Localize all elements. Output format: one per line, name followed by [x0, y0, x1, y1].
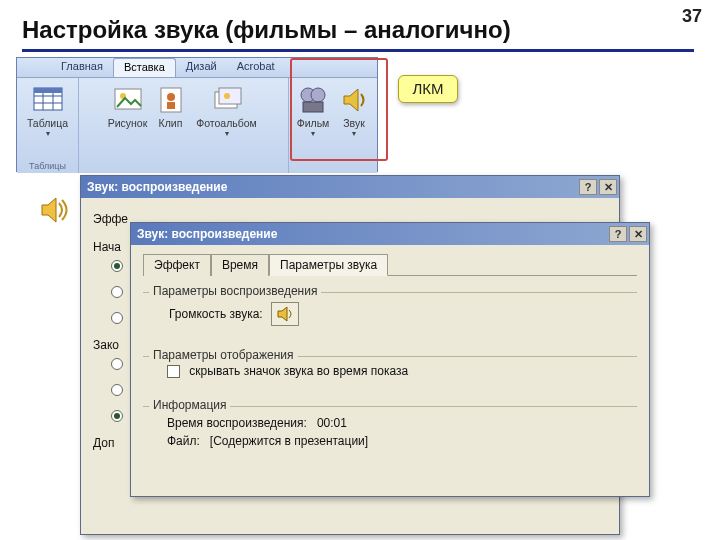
chevron-down-icon: ▾	[352, 129, 356, 138]
table-icon	[32, 84, 64, 116]
chevron-down-icon: ▾	[46, 129, 50, 138]
volume-button[interactable]	[271, 302, 299, 326]
close-button[interactable]: ✕	[629, 226, 647, 242]
dialog-front-body: Эффект Время Параметры звука Параметры в…	[131, 245, 649, 478]
album-label: Фотоальбом	[196, 118, 257, 129]
group-images: Рисунок Клип Фотоальбом ▾	[79, 78, 289, 173]
dialog-sound-front: Звук: воспроизведение ? ✕ Эффект Время П…	[130, 222, 650, 497]
clip-icon	[155, 84, 187, 116]
chevron-down-icon: ▾	[311, 129, 315, 138]
group-images-label	[182, 161, 185, 171]
dialog-back-title: Звук: воспроизведение	[87, 180, 227, 194]
ribbon-tabs: Главная Вставка Дизай Acrobat	[17, 58, 377, 78]
office-button[interactable]	[17, 58, 51, 78]
dialog-front-title: Звук: воспроизведение	[137, 227, 277, 241]
info-duration-value: 00:01	[317, 416, 347, 430]
table-label: Таблица	[27, 118, 68, 129]
svg-marker-18	[42, 198, 56, 222]
page-number: 37	[682, 6, 702, 27]
svg-rect-5	[34, 88, 62, 93]
svg-marker-17	[344, 89, 358, 111]
volume-label: Громкость звука:	[169, 307, 263, 321]
picture-label: Рисунок	[108, 118, 148, 129]
tab-time[interactable]: Время	[211, 254, 269, 276]
hide-icon-checkbox[interactable]	[167, 365, 180, 378]
fieldset-info: Информация Время воспроизведения: 00:01 …	[143, 398, 637, 458]
svg-rect-10	[167, 102, 175, 109]
title-divider	[22, 49, 694, 52]
movie-label: Фильм	[297, 118, 330, 129]
hide-icon-label: скрывать значок звука во время показа	[189, 364, 408, 378]
info-duration-label: Время воспроизведения:	[167, 416, 307, 430]
tab-insert[interactable]: Вставка	[113, 58, 176, 77]
clip-button[interactable]: Клип	[151, 82, 191, 156]
group-tables-label: Таблицы	[29, 161, 66, 171]
sound-icon	[338, 84, 370, 116]
tab-sound-params[interactable]: Параметры звука	[269, 254, 388, 276]
callout-lkm: ЛКМ	[398, 75, 458, 103]
speaker-small-icon	[276, 306, 294, 322]
group-media-label	[332, 161, 335, 171]
tab-home[interactable]: Главная	[51, 58, 113, 77]
sound-button[interactable]: Звук ▾	[334, 82, 374, 156]
fieldset-display-label: Параметры отображения	[149, 348, 298, 362]
svg-rect-16	[303, 102, 323, 112]
sound-label: Звук	[343, 118, 365, 129]
svg-marker-19	[278, 307, 287, 321]
fieldset-playback-label: Параметры воспроизведения	[149, 284, 321, 298]
tab-acrobat[interactable]: Acrobat	[227, 58, 285, 77]
svg-point-9	[167, 93, 175, 101]
titlebar-front[interactable]: Звук: воспроизведение ? ✕	[131, 223, 649, 245]
info-file-label: Файл:	[167, 434, 200, 448]
movie-button[interactable]: Фильм ▾	[292, 82, 334, 156]
picture-icon	[112, 84, 144, 116]
album-icon	[211, 84, 243, 116]
info-file-value: [Содержится в презентации]	[210, 434, 368, 448]
fieldset-display: Параметры отображения скрывать значок зв…	[143, 348, 637, 388]
chevron-down-icon: ▾	[225, 129, 229, 138]
titlebar-back[interactable]: Звук: воспроизведение ? ✕	[81, 176, 619, 198]
fieldset-playback: Параметры воспроизведения Громкость звук…	[143, 284, 637, 338]
svg-point-15	[311, 88, 325, 102]
page-title: Настройка звука (фильмы – аналогично)	[22, 16, 511, 44]
ribbon-body: Таблица ▾ Таблицы Рисунок Клип Фотоальбо…	[17, 78, 377, 173]
tab-effect[interactable]: Эффект	[143, 254, 211, 276]
dialog-tabs: Эффект Время Параметры звука	[143, 253, 637, 276]
table-button[interactable]: Таблица ▾	[20, 82, 76, 156]
album-button[interactable]: Фотоальбом ▾	[191, 82, 263, 156]
picture-button[interactable]: Рисунок	[105, 82, 151, 156]
group-media: Фильм ▾ Звук ▾	[289, 78, 377, 173]
ribbon: Главная Вставка Дизай Acrobat Таблица ▾ …	[16, 57, 378, 172]
close-button[interactable]: ✕	[599, 179, 617, 195]
svg-point-13	[224, 93, 230, 99]
movie-icon	[297, 84, 329, 116]
group-tables: Таблица ▾ Таблицы	[17, 78, 79, 173]
help-button[interactable]: ?	[609, 226, 627, 242]
fieldset-info-label: Информация	[149, 398, 230, 412]
clip-label: Клип	[159, 118, 183, 129]
tab-design[interactable]: Дизай	[176, 58, 227, 77]
help-button[interactable]: ?	[579, 179, 597, 195]
speaker-icon	[38, 195, 72, 225]
